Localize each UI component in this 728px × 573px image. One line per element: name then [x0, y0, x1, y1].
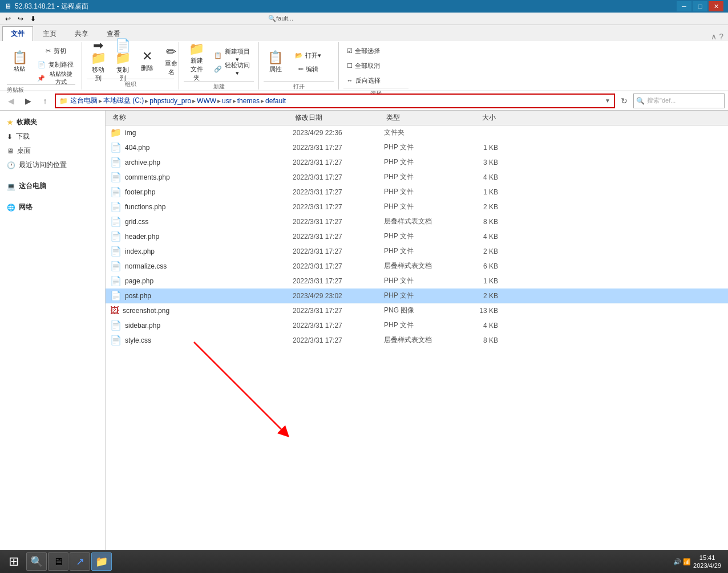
- new-item-icon: 📋: [214, 52, 222, 59]
- file-row-normalize[interactable]: 📄 normalize.css 2022/3/31 17:27 层叠样式表文档 …: [106, 259, 728, 274]
- breadcrumb-computer[interactable]: 这台电脑: [70, 96, 98, 105]
- sidebar-network-header[interactable]: 🌐 网络: [0, 200, 105, 214]
- properties-icon: 📋: [268, 51, 283, 64]
- open-icon: 📂: [295, 52, 303, 59]
- invert-select-icon: ↔: [347, 77, 353, 84]
- file-row-index[interactable]: 📄 index.php 2022/3/31 17:27 PHP 文件 2 KB: [106, 244, 728, 259]
- back-button[interactable]: ◀: [3, 94, 18, 108]
- file-row-functions[interactable]: 📄 functions.php 2022/3/31 17:27 PHP 文件 2…: [106, 200, 728, 214]
- file-name-functions: 📄 functions.php: [110, 201, 293, 212]
- deselect-all-button[interactable]: ☐ 全部取消: [343, 59, 383, 72]
- sidebar-thispc-header[interactable]: 💻 这台电脑: [0, 179, 105, 193]
- move-to-button[interactable]: ➡📁 移动到: [87, 44, 110, 78]
- start-button[interactable]: ⊞: [2, 551, 25, 572]
- properties-button[interactable]: 📋 属性: [264, 44, 287, 80]
- file-name-sidebar: 📄 sidebar.php: [110, 320, 293, 331]
- delete-button[interactable]: ✕ 删除: [136, 44, 159, 78]
- file-row-style-css[interactable]: 📄 style.css 2022/3/31 17:27 层叠样式表文档 8 KB: [106, 333, 728, 348]
- open-button[interactable]: 📂 打开▾: [288, 49, 328, 62]
- sidebar-this-pc: 💻 这台电脑: [0, 179, 105, 193]
- taskbar-apps-button[interactable]: 🖥: [48, 552, 68, 571]
- file-name-page: 📄 page.php: [110, 275, 293, 286]
- php-icon: 📄: [110, 186, 122, 197]
- breadcrumb-default[interactable]: default: [265, 97, 286, 105]
- new-item-button[interactable]: 📋 新建项目▾: [211, 49, 254, 62]
- qa-redo-button[interactable]: ↪: [15, 14, 26, 24]
- breadcrumb-www[interactable]: WWW: [197, 97, 216, 105]
- new-folder-icon: 📁: [189, 43, 204, 55]
- taskbar: ⊞ 🔍 🖥 ↗ 📁 🔊 📶 15:41 2023/4/29: [0, 550, 728, 573]
- css-icon: 📄: [110, 216, 122, 227]
- taskbar-transfer-button[interactable]: ↗: [70, 552, 90, 571]
- file-row-grid-css[interactable]: 📄 grid.css 2022/3/31 17:27 层叠样式表文档 8 KB: [106, 214, 728, 229]
- cut-button[interactable]: ✂ 剪切: [34, 44, 77, 57]
- move-icon: ➡📁: [91, 39, 106, 64]
- easy-access-button[interactable]: 🔗 轻松访问▾: [211, 63, 254, 75]
- php-icon: 📄: [110, 201, 122, 212]
- breadcrumb-drive[interactable]: 本地磁盘 (C:): [103, 96, 144, 105]
- taskbar-search-button[interactable]: 🔍: [26, 552, 47, 571]
- tab-file[interactable]: 文件: [2, 26, 33, 41]
- file-row-comments[interactable]: 📄 comments.php 2022/3/31 17:27 PHP 文件 4 …: [106, 170, 728, 185]
- breadcrumb-phpstudy[interactable]: phpstudy_pro: [149, 97, 191, 105]
- paste-shortcut-button[interactable]: 📌 粘贴快捷方式: [34, 72, 77, 84]
- file-row-header[interactable]: 📄 header.php 2022/3/31 17:27 PHP 文件 4 KB: [106, 229, 728, 244]
- new-folder-button[interactable]: 📁 新建文件夹: [184, 44, 210, 80]
- qa-undo-button[interactable]: ↩: [2, 14, 14, 24]
- file-row-footer[interactable]: 📄 footer.php 2022/3/31 17:27 PHP 文件 1 KB: [106, 185, 728, 200]
- file-row-post[interactable]: 📄 post.php 2023/4/29 23:02 PHP 文件 2 KB: [106, 288, 728, 303]
- file-row-img[interactable]: 📁 img 2023/4/29 22:36 文件夹: [106, 125, 728, 140]
- paste-button[interactable]: 📋 粘贴: [7, 44, 32, 80]
- network-label: 网络: [19, 202, 33, 212]
- downloads-icon: ⬇: [7, 133, 13, 141]
- computer-icon: 💻: [7, 182, 15, 190]
- sidebar-item-downloads[interactable]: ⬇ 下载: [0, 129, 105, 144]
- taskbar-explorer-button[interactable]: 📁: [91, 552, 112, 571]
- sidebar-favorites-header[interactable]: ★ 收藏夹: [0, 115, 105, 129]
- recent-label: 最近访问的位置: [19, 160, 67, 170]
- file-row-archive[interactable]: 📄 archive.php 2022/3/31 17:27 PHP 文件 3 K…: [106, 155, 728, 170]
- file-name-grid-css: 📄 grid.css: [110, 216, 293, 227]
- tray-icons: 🔊 📶: [673, 558, 691, 566]
- file-row-page[interactable]: 📄 page.php 2022/3/31 17:27 PHP 文件 1 KB: [106, 274, 728, 288]
- address-dropdown-button[interactable]: ▼: [605, 97, 610, 104]
- col-header-size[interactable]: 大小: [452, 112, 498, 124]
- edit-icon: ✏: [298, 66, 304, 73]
- search-box[interactable]: 🔍 搜索"def...: [633, 94, 725, 108]
- sidebar-item-recent[interactable]: 🕐 最近访问的位置: [0, 158, 105, 172]
- title-bar: 🖥 52.83.148.21 - 远程桌面 ─ □ ✕: [0, 0, 728, 13]
- invert-select-button[interactable]: ↔ 反向选择: [343, 74, 383, 87]
- close-button[interactable]: ✕: [709, 1, 723, 11]
- file-row-sidebar[interactable]: 📄 sidebar.php 2022/3/31 17:27 PHP 文件 4 K…: [106, 318, 728, 333]
- select-all-button[interactable]: ☑ 全部选择: [343, 44, 383, 57]
- up-button[interactable]: ↑: [38, 94, 52, 108]
- sidebar-item-desktop[interactable]: 🖥 桌面: [0, 144, 105, 158]
- new-group-label: 新建: [184, 81, 254, 91]
- breadcrumb-themes[interactable]: themes: [237, 97, 260, 105]
- file-row-404[interactable]: 📄 404.php 2022/3/31 17:27 PHP 文件 1 KB: [106, 140, 728, 155]
- edit-button[interactable]: ✏ 编辑: [288, 63, 328, 75]
- col-header-type[interactable]: 类型: [384, 112, 452, 124]
- col-header-date[interactable]: 修改日期: [293, 112, 384, 124]
- file-name-screenshot: 🖼 screenshot.png: [110, 306, 293, 316]
- copy-path-icon: 📄: [38, 61, 46, 68]
- minimize-button[interactable]: ─: [677, 1, 691, 11]
- qa-down-button[interactable]: ⬇: [27, 14, 39, 24]
- copy-to-button[interactable]: 📄📁 复制到: [111, 44, 135, 78]
- breadcrumb-usr[interactable]: usr: [222, 97, 232, 105]
- star-icon: ★: [7, 119, 13, 127]
- forward-button[interactable]: ▶: [21, 94, 35, 108]
- desktop-label: 桌面: [17, 146, 31, 156]
- paste-icon: 📋: [12, 51, 27, 64]
- maximize-button[interactable]: □: [693, 1, 707, 11]
- file-row-screenshot[interactable]: 🖼 screenshot.png 2022/3/31 17:27 PNG 图像 …: [106, 303, 728, 318]
- title-bar-left: 🖥 52.83.148.21 - 远程桌面: [5, 2, 88, 11]
- tab-home[interactable]: 主页: [34, 26, 65, 41]
- refresh-button[interactable]: ↻: [617, 94, 631, 108]
- php-icon: 📄: [110, 320, 122, 331]
- col-header-name[interactable]: 名称: [110, 112, 293, 124]
- sidebar: ★ 收藏夹 ⬇ 下载 🖥 桌面 🕐 最近访问的位置 💻 这台电脑: [0, 111, 106, 571]
- address-box[interactable]: 📁 这台电脑 ▸ 本地磁盘 (C:) ▸ phpstudy_pro ▸ WWW …: [55, 94, 615, 108]
- copy-path-button[interactable]: 📄 复制路径: [34, 58, 77, 71]
- css-icon: 📄: [110, 261, 122, 271]
